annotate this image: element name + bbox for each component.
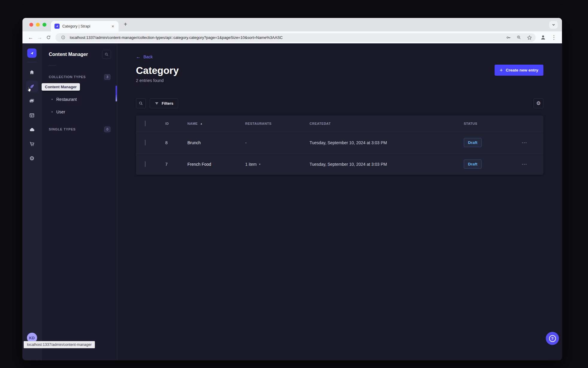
- rail-divider: [27, 62, 37, 62]
- zoom-in-icon[interactable]: [515, 34, 523, 41]
- column-header-status: STATUS: [455, 122, 520, 125]
- nav-content-manager-button[interactable]: [26, 80, 38, 92]
- tab-title: Category | Strapi: [62, 24, 107, 28]
- single-types-count-badge: 0: [104, 127, 110, 132]
- column-header-id[interactable]: ID: [157, 122, 179, 125]
- subnav-divider: [49, 65, 56, 66]
- traffic-lights: [29, 23, 46, 27]
- row-actions-button[interactable]: ⋯: [520, 161, 527, 168]
- sidebar-item-user[interactable]: User: [42, 106, 117, 118]
- profile-avatar-icon[interactable]: [539, 33, 548, 42]
- subnav-search-button[interactable]: [102, 50, 111, 59]
- table-settings-button[interactable]: ⚙: [534, 98, 543, 108]
- create-new-entry-button[interactable]: + Create new entry: [495, 65, 543, 76]
- cell-createdat: Tuesday, September 10, 2024 at 3:03 PM: [301, 162, 455, 167]
- status-badge: Draft: [464, 159, 482, 169]
- status-badge: Draft: [464, 138, 482, 147]
- hand-cursor-icon: [27, 87, 32, 92]
- strapi-admin: ⚙ KD Content Manager COLLECTION TYPES 3 …: [22, 43, 562, 360]
- column-header-createdat: CREATEDAT: [301, 122, 455, 125]
- cell-id: 7: [157, 162, 179, 167]
- table-row[interactable]: 7 French Food 1 item ▾ Tuesday, Septembe…: [136, 153, 543, 175]
- main-content: ← Back Category + Create new entry 2 ent…: [117, 43, 562, 360]
- column-header-restaurants: RESTAURANTS: [237, 122, 301, 125]
- minimize-window-button[interactable]: [36, 23, 40, 27]
- table-row[interactable]: 8 Brunch - Tuesday, September 10, 2024 a…: [136, 132, 543, 153]
- single-types-label: SINGLE TYPES: [49, 127, 76, 131]
- cell-createdat: Tuesday, September 10, 2024 at 3:03 PM: [301, 140, 455, 145]
- cell-name: Brunch: [179, 140, 237, 145]
- nav-content-type-builder-button[interactable]: [26, 109, 38, 121]
- address-bar[interactable]: localhost:1337/admin/content-manager/col…: [55, 33, 536, 42]
- page-title: Category: [136, 65, 179, 76]
- cell-restaurants: -: [237, 140, 301, 145]
- bullet-icon: [51, 99, 53, 100]
- content-manager-tooltip: Content Manager: [42, 83, 80, 91]
- strapi-favicon-icon: [54, 24, 60, 29]
- sort-asc-icon: ▲: [200, 122, 202, 125]
- back-label: Back: [143, 54, 153, 59]
- sidebar-item-restaurant[interactable]: Restaurant: [42, 93, 117, 105]
- collection-types-count-badge: 3: [104, 74, 110, 80]
- collection-types-label: COLLECTION TYPES: [49, 75, 86, 79]
- strapi-logo[interactable]: [27, 48, 37, 58]
- bullet-icon: [51, 111, 53, 112]
- nav-deploy-cloud-button[interactable]: [26, 124, 38, 136]
- select-all-checkbox[interactable]: [145, 121, 146, 126]
- table-search-button[interactable]: [136, 98, 146, 108]
- main-nav-rail: ⚙ KD: [22, 43, 42, 360]
- url-text: localhost:1337/admin/content-manager/col…: [70, 35, 502, 40]
- browser-reload-button[interactable]: [44, 33, 53, 42]
- column-header-name[interactable]: NAME ▲: [179, 122, 237, 125]
- chevron-down-icon: ▾: [259, 163, 260, 166]
- browser-menu-icon[interactable]: ⋮: [549, 33, 558, 42]
- plus-icon: +: [500, 68, 503, 73]
- password-key-icon[interactable]: [504, 34, 512, 41]
- table-header-row: ID NAME ▲ RESTAURANTS CREATEDAT STATUS: [136, 115, 543, 132]
- entries-table: ID NAME ▲ RESTAURANTS CREATEDAT STATUS 8…: [136, 115, 543, 175]
- back-link[interactable]: ← Back: [136, 54, 153, 60]
- collection-types-section: COLLECTION TYPES 3: [42, 74, 117, 80]
- browser-back-button[interactable]: ←: [26, 33, 35, 42]
- tab-strip: Category | Strapi × +: [22, 18, 562, 31]
- new-tab-button[interactable]: +: [121, 20, 130, 29]
- chrome-right-controls: ⋮: [539, 33, 558, 42]
- active-item-marker: [116, 86, 117, 101]
- row-checkbox[interactable]: [145, 161, 146, 167]
- filters-button[interactable]: Filters: [150, 98, 178, 108]
- browser-toolbar: ← → localhost:1337/admin/content-manager…: [22, 31, 562, 43]
- sidebar-item-label: User: [56, 110, 65, 114]
- nav-home-button[interactable]: [26, 66, 38, 78]
- subnav-title: Content Manager: [49, 52, 88, 57]
- help-button[interactable]: ?: [546, 332, 559, 345]
- question-mark-icon: ?: [549, 335, 556, 342]
- page-info-icon[interactable]: [59, 34, 67, 41]
- close-window-button[interactable]: [29, 23, 33, 27]
- browser-forward-button[interactable]: →: [35, 33, 44, 42]
- bookmark-star-icon[interactable]: [525, 34, 533, 41]
- content-manager-subnav: Content Manager COLLECTION TYPES 3 Categ…: [42, 43, 117, 360]
- link-status-bubble: localhost:1337/admin/content-manager: [24, 341, 95, 348]
- entries-count: 2 entries found: [136, 78, 543, 83]
- tab-search-button[interactable]: [549, 21, 558, 29]
- sidebar-item-label: Restaurant: [56, 97, 77, 102]
- nav-settings-button[interactable]: ⚙: [26, 152, 38, 164]
- single-types-section: SINGLE TYPES 0: [42, 126, 117, 133]
- back-arrow-icon: ←: [136, 54, 141, 60]
- row-actions-button[interactable]: ⋯: [520, 139, 527, 146]
- nav-media-library-button[interactable]: [26, 95, 38, 107]
- maximize-window-button[interactable]: [43, 23, 46, 27]
- cell-id: 8: [157, 140, 179, 145]
- tab-close-icon[interactable]: ×: [110, 24, 116, 29]
- browser-tab[interactable]: Category | Strapi ×: [51, 21, 119, 31]
- nav-marketplace-button[interactable]: [26, 138, 38, 150]
- cell-name: French Food: [179, 162, 237, 167]
- browser-window: Category | Strapi × + ← → localhost:1337…: [22, 18, 562, 360]
- relations-expander[interactable]: 1 item ▾: [245, 162, 260, 167]
- row-checkbox[interactable]: [145, 140, 146, 145]
